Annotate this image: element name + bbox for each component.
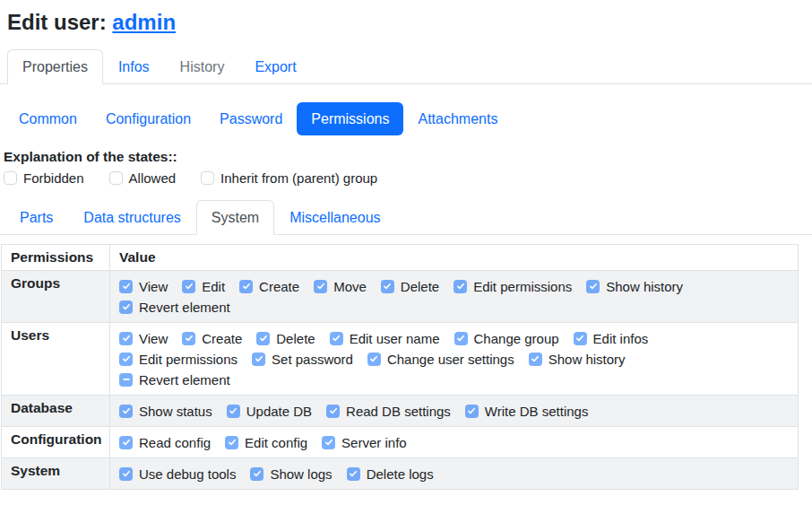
checkbox-label-edit-infos: Edit infos <box>593 331 649 346</box>
checkbox-groups-create-checked[interactable] <box>239 280 253 293</box>
page-title-prefix: Edit user: <box>7 10 112 34</box>
check-item-database-show-status: Show status <box>119 404 212 419</box>
checkbox-label-create: Create <box>259 279 299 294</box>
checkbox-label-show-status: Show status <box>139 404 212 419</box>
check-item-users-edit-infos: Edit infos <box>574 331 649 346</box>
check-item-users-change-group: Change group <box>454 331 559 346</box>
checkbox-legend-inherit-from-parent-group-unchecked[interactable] <box>201 171 214 185</box>
checkbox-configuration-server-info-checked[interactable] <box>322 436 335 449</box>
tab-infos[interactable]: Infos <box>103 49 165 84</box>
check-item-groups-revert-element: Revert element <box>119 300 230 315</box>
checkbox-database-update-db-checked[interactable] <box>227 405 240 418</box>
checkbox-label-update-db: Update DB <box>246 404 312 419</box>
checkbox-system-show-logs-checked[interactable] <box>250 467 263 481</box>
permission-row-database: DatabaseShow statusUpdate DBRead DB sett… <box>2 396 799 427</box>
permission-category-configuration: Configuration <box>2 427 110 458</box>
check-item-legend-allowed: Allowed <box>109 170 177 186</box>
checkbox-groups-edit-permissions-checked[interactable] <box>454 280 467 293</box>
checkbox-groups-view-checked[interactable] <box>119 280 133 293</box>
checkbox-groups-edit-checked[interactable] <box>182 280 195 293</box>
subtab-data-structures[interactable]: Data structures <box>68 200 195 235</box>
checkbox-label-edit-user-name: Edit user name <box>350 331 440 346</box>
check-item-users-edit-permissions: Edit permissions <box>119 352 238 367</box>
value-line: ViewEditCreateMoveDeleteEdit permissions… <box>119 276 791 296</box>
checkbox-users-edit-user-name-checked[interactable] <box>330 332 343 345</box>
checkbox-label-edit-config: Edit config <box>245 435 307 450</box>
checkbox-database-show-status-checked[interactable] <box>119 405 133 418</box>
value-line: Show statusUpdate DBRead DB settingsWrit… <box>119 401 791 421</box>
checkbox-legend-forbidden-unchecked[interactable] <box>4 171 17 185</box>
states-legend-title: Explanation of the states:: <box>4 148 812 165</box>
check-item-users-create: Create <box>182 331 242 346</box>
subtab-system[interactable]: System <box>196 200 274 235</box>
checkbox-label-read-db-settings: Read DB settings <box>346 404 451 419</box>
permission-row-configuration: ConfigurationRead configEdit configServe… <box>2 427 799 458</box>
subtab-parts[interactable]: Parts <box>4 200 68 235</box>
tab-export[interactable]: Export <box>239 49 311 84</box>
check-item-users-change-user-settings: Change user settings <box>367 352 514 367</box>
checkbox-configuration-edit-config-checked[interactable] <box>225 436 238 449</box>
check-item-users-view: View <box>119 331 168 346</box>
checkbox-system-delete-logs-checked[interactable] <box>347 467 360 481</box>
checkbox-users-delete-checked[interactable] <box>256 332 270 345</box>
checkbox-label-delete-logs: Delete logs <box>367 466 434 482</box>
check-item-groups-move: Move <box>314 279 367 294</box>
checkbox-users-edit-permissions-checked[interactable] <box>119 353 133 366</box>
check-item-configuration-edit-config: Edit config <box>225 435 307 450</box>
states-legend: Explanation of the states:: ForbiddenAll… <box>4 148 812 186</box>
checkbox-users-set-password-checked[interactable] <box>252 353 265 366</box>
username-link[interactable]: admin <box>112 10 176 34</box>
checkbox-label-delete: Delete <box>401 279 439 294</box>
check-item-system-use-debug-tools: Use debug tools <box>119 466 236 482</box>
checkbox-users-show-history-checked[interactable] <box>529 353 542 366</box>
states-legend-items: ForbiddenAllowedInherit from (parent) gr… <box>4 170 812 186</box>
checkbox-label-edit-permissions: Edit permissions <box>139 352 238 367</box>
table-header-row: Permissions Value <box>2 245 799 271</box>
subtab-miscellaneous[interactable]: Miscellaneous <box>274 200 395 235</box>
page-title: Edit user: admin <box>7 9 812 35</box>
checkbox-label-show-logs: Show logs <box>270 466 332 482</box>
permission-row-groups: GroupsViewEditCreateMoveDeleteEdit permi… <box>2 271 799 323</box>
value-line: Revert element <box>119 370 791 389</box>
checkbox-database-write-db-settings-checked[interactable] <box>465 405 479 418</box>
check-item-groups-show-history: Show history <box>586 279 683 294</box>
checkbox-configuration-read-config-checked[interactable] <box>119 436 133 449</box>
properties-pill-bar: CommonConfigurationPasswordPermissionsAt… <box>0 102 812 135</box>
checkbox-label-delete: Delete <box>276 331 315 346</box>
checkbox-groups-delete-checked[interactable] <box>381 280 394 293</box>
checkbox-users-create-checked[interactable] <box>182 332 195 345</box>
checkbox-label-allowed: Allowed <box>129 170 177 186</box>
checkbox-legend-allowed-unchecked[interactable] <box>109 171 123 185</box>
column-header-value: Value <box>110 245 799 271</box>
permission-values-database: Show statusUpdate DBRead DB settingsWrit… <box>110 396 799 427</box>
pill-configuration[interactable]: Configuration <box>91 102 205 135</box>
check-item-groups-edit: Edit <box>182 279 225 294</box>
permission-values-groups: ViewEditCreateMoveDeleteEdit permissions… <box>110 271 799 323</box>
checkbox-users-revert-element-indeterminate[interactable] <box>119 373 133 387</box>
checkbox-system-use-debug-tools-checked[interactable] <box>119 467 133 481</box>
checkbox-users-change-group-checked[interactable] <box>454 332 468 345</box>
check-item-users-set-password: Set password <box>252 352 353 367</box>
checkbox-users-view-checked[interactable] <box>119 332 133 345</box>
checkbox-groups-move-checked[interactable] <box>314 280 327 293</box>
pill-password[interactable]: Password <box>205 102 297 135</box>
pill-attachments[interactable]: Attachments <box>403 102 512 135</box>
check-item-configuration-read-config: Read config <box>119 435 211 450</box>
checkbox-label-create: Create <box>202 331 242 346</box>
checkbox-users-change-user-settings-checked[interactable] <box>367 353 381 366</box>
value-line: Revert element <box>119 297 791 317</box>
permission-category-users: Users <box>2 323 110 396</box>
checkbox-groups-show-history-checked[interactable] <box>586 280 600 293</box>
pill-common[interactable]: Common <box>4 102 91 135</box>
checkbox-label-view: View <box>139 331 168 346</box>
checkbox-groups-revert-element-checked[interactable] <box>119 300 133 314</box>
check-item-database-write-db-settings: Write DB settings <box>465 404 589 419</box>
pill-permissions[interactable]: Permissions <box>297 102 403 135</box>
checkbox-label-set-password: Set password <box>272 352 353 367</box>
checkbox-database-read-db-settings-checked[interactable] <box>326 405 340 418</box>
check-item-system-delete-logs: Delete logs <box>347 466 434 482</box>
checkbox-users-edit-infos-checked[interactable] <box>574 332 587 345</box>
tab-properties[interactable]: Properties <box>7 49 103 84</box>
check-item-legend-inherit-from-parent-group: Inherit from (parent) group <box>201 170 377 186</box>
permission-values-configuration: Read configEdit configServer info <box>110 427 799 458</box>
